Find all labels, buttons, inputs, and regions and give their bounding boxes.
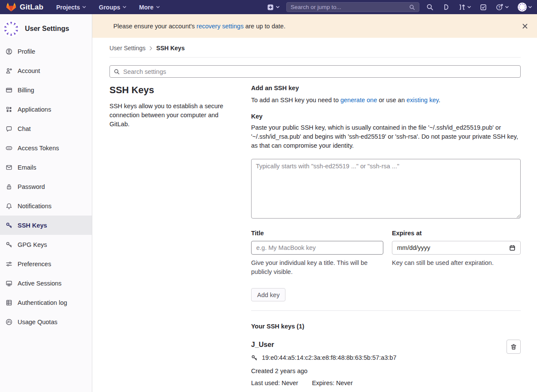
sidebar-item-access-tokens[interactable]: Access Tokens [0, 138, 92, 158]
add-key-intro: To add an SSH key you need to generate o… [251, 97, 521, 103]
date-placeholder: mm/dd/yyyy [397, 244, 430, 251]
chevron-down-icon [467, 6, 471, 9]
avatar [3, 20, 20, 37]
grid-icon [6, 106, 12, 113]
breadcrumb-user-settings[interactable]: User Settings [109, 45, 146, 52]
chevron-down-icon [505, 6, 509, 9]
key-icon [251, 355, 258, 361]
sidebar-item-password[interactable]: Password [0, 177, 92, 196]
sliders-icon [6, 261, 12, 267]
key-created: Created 2 years ago [251, 368, 499, 374]
sidebar-item-notifications[interactable]: Notifications [0, 196, 92, 216]
key-field-label: Key [251, 113, 521, 120]
chevron-down-icon [123, 6, 126, 9]
calendar-icon[interactable] [509, 245, 516, 251]
sidebar-item-billing[interactable]: Billing [0, 80, 92, 100]
merge-request-icon [458, 3, 466, 11]
expires-field-help: Key can still be used after expiration. [392, 258, 521, 267]
credit-card-icon [6, 87, 12, 94]
sidebar-header: User Settings [0, 14, 92, 42]
help-icon: ? [496, 3, 504, 11]
page-title: SSH Keys [109, 85, 238, 96]
avatar [518, 3, 527, 12]
logo-text: GitLab [20, 3, 43, 12]
settings-search-input[interactable] [123, 68, 516, 75]
token-icon [6, 145, 12, 152]
chevron-down-icon [156, 6, 160, 9]
sidebar-item-emails[interactable]: Emails [0, 158, 92, 177]
key-last-used: Last used: Never [251, 380, 298, 386]
sidebar-item-authentication-log[interactable]: Authentication log [0, 293, 92, 312]
sidebar-nav: Profile Account Billing [0, 42, 92, 331]
expires-field-label: Expires at [392, 230, 521, 237]
svg-text:?: ? [498, 5, 500, 9]
key-icon [6, 222, 12, 229]
divider [251, 310, 521, 311]
sidebar-item-active-sessions[interactable]: Active Sessions [0, 273, 92, 293]
add-ssh-key-heading: Add an SSH key [251, 85, 521, 91]
search-button[interactable] [426, 3, 434, 11]
alert-text: are up to date. [245, 23, 285, 30]
sidebar-item-applications[interactable]: Applications [0, 100, 92, 119]
account-icon [6, 67, 12, 74]
close-icon [522, 24, 528, 29]
page-description: SSH keys allow you to establish a secure… [109, 102, 238, 129]
search-icon [409, 4, 415, 10]
alert-text: Please ensure your account's [113, 23, 195, 30]
breadcrumb: User Settings SSH Keys [109, 38, 521, 58]
nav-groups[interactable]: Groups [99, 4, 126, 11]
chevron-right-icon [149, 46, 152, 51]
gitlab-tanuki-icon [6, 2, 16, 12]
sidebar-item-preferences[interactable]: Preferences [0, 254, 92, 273]
sidebar-item-ssh-keys[interactable]: SSH Keys [0, 216, 92, 235]
issues-button[interactable] [443, 3, 449, 11]
recovery-settings-alert: Please ensure your account's recovery se… [92, 14, 537, 38]
gauge-icon [6, 319, 12, 325]
existing-key-link[interactable]: existing key [407, 97, 439, 103]
global-search-input[interactable] [291, 4, 409, 10]
nav-projects[interactable]: Projects [56, 4, 86, 11]
gitlab-logo[interactable]: GitLab [6, 2, 43, 12]
new-menu-button[interactable] [267, 4, 279, 11]
title-field-label: Title [251, 230, 383, 237]
trash-icon [510, 343, 517, 350]
expires-date-input[interactable]: mm/dd/yyyy [392, 241, 521, 255]
recovery-settings-link[interactable]: recovery settings [197, 23, 244, 30]
global-search[interactable] [286, 2, 419, 12]
sidebar-item-gpg-keys[interactable]: GPG Keys [0, 235, 92, 254]
issues-icon [443, 3, 449, 11]
settings-sidebar: User Settings Profile Account [0, 14, 92, 392]
title-field-help: Give your individual key a title. This w… [251, 258, 383, 277]
generate-one-link[interactable]: generate one [340, 97, 377, 103]
nav-more[interactable]: More [139, 4, 159, 11]
ssh-key-list-item: J_User 19:e0:44:a5:14:c2:3a:e8:f8:48:8b:… [251, 341, 521, 386]
user-menu-button[interactable] [518, 3, 532, 12]
help-button[interactable]: ? [496, 3, 509, 11]
settings-search[interactable] [109, 65, 521, 78]
delete-key-button[interactable] [507, 340, 521, 354]
search-icon [426, 3, 434, 11]
search-icon [114, 69, 120, 75]
key-title-input[interactable] [251, 241, 383, 255]
merge-requests-button[interactable] [458, 3, 471, 11]
todos-button[interactable] [480, 4, 487, 11]
key-field-help: Paste your public SSH key, which is usua… [251, 123, 521, 150]
sidebar-item-account[interactable]: Account [0, 61, 92, 80]
your-ssh-keys-heading: Your SSH keys (1) [251, 323, 521, 330]
sidebar-item-chat[interactable]: Chat [0, 119, 92, 138]
chat-bubble-icon [6, 125, 12, 132]
sidebar-item-profile[interactable]: Profile [0, 42, 92, 61]
key-title: J_User [251, 341, 499, 349]
breadcrumb-ssh-keys: SSH Keys [156, 45, 185, 52]
key-expires: Expires: Never [312, 380, 353, 386]
bell-icon [6, 203, 12, 210]
monitor-icon [6, 280, 12, 287]
alert-close-button[interactable] [520, 21, 530, 31]
add-key-button[interactable]: Add key [251, 288, 285, 301]
ssh-key-textarea[interactable] [251, 159, 521, 219]
sidebar-item-usage-quotas[interactable]: Usage Quotas [0, 312, 92, 331]
chevron-down-icon [82, 6, 86, 9]
top-navbar: GitLab Projects Groups More [0, 0, 537, 14]
todos-icon [480, 4, 487, 11]
profile-icon [6, 48, 12, 55]
